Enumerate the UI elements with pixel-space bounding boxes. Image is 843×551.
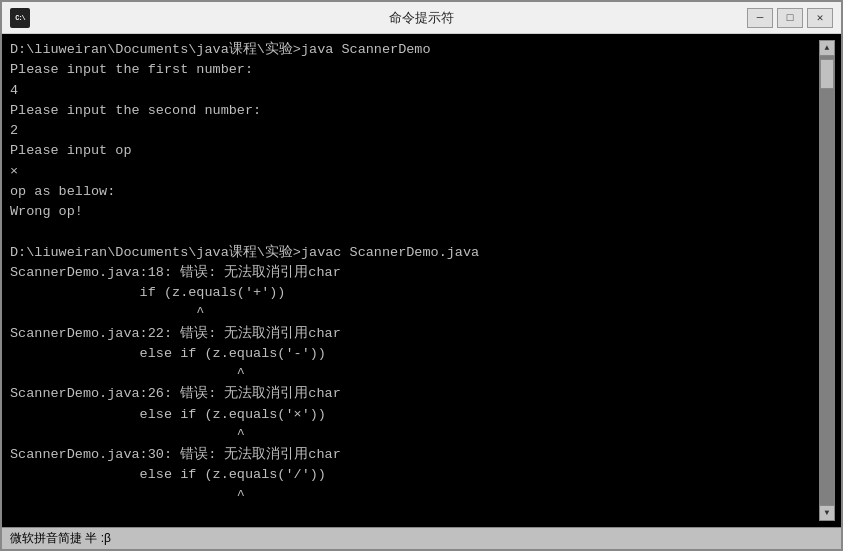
scrollbar-thumb[interactable]: [820, 59, 834, 89]
scrollbar-track: [819, 56, 835, 505]
cmd-window: C:\ 命令提示符 ─ □ ✕ D:\liuweiran\Documents\j…: [0, 0, 843, 551]
scroll-up-button[interactable]: ▲: [819, 40, 835, 56]
close-button[interactable]: ✕: [807, 8, 833, 28]
minimize-button[interactable]: ─: [747, 8, 773, 28]
terminal-body[interactable]: D:\liuweiran\Documents\java课程\实验>java Sc…: [2, 34, 841, 527]
status-text: 微软拼音简捷 半 :β: [10, 530, 111, 547]
terminal-content: D:\liuweiran\Documents\java课程\实验>java Sc…: [10, 40, 819, 521]
window-title: 命令提示符: [389, 9, 454, 27]
app-icon: C:\: [10, 8, 30, 28]
window-controls: ─ □ ✕: [747, 8, 833, 28]
title-bar: C:\ 命令提示符 ─ □ ✕: [2, 2, 841, 34]
scrollbar[interactable]: ▲ ▼: [819, 40, 835, 521]
scroll-down-button[interactable]: ▼: [819, 505, 835, 521]
maximize-button[interactable]: □: [777, 8, 803, 28]
title-bar-left: C:\: [10, 8, 30, 28]
status-bar: 微软拼音简捷 半 :β: [2, 527, 841, 549]
